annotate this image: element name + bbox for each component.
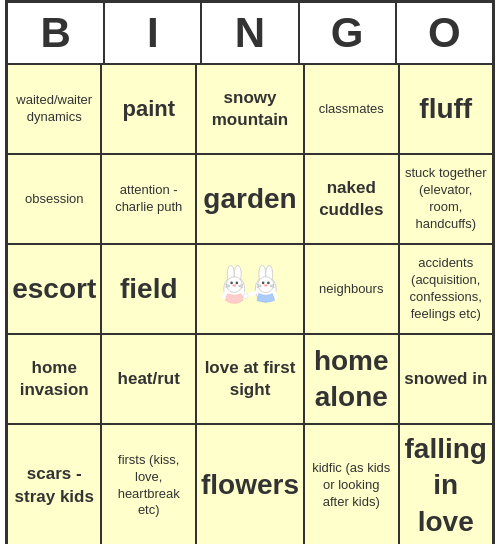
- cell-3-4: neighbours: [304, 244, 398, 334]
- svg-point-18: [267, 282, 270, 285]
- cell-3-2: field: [101, 244, 196, 334]
- bingo-card: B I N G O waited/waiter dynamics paint s…: [5, 0, 495, 544]
- header-b: B: [7, 2, 104, 64]
- svg-point-4: [230, 282, 233, 285]
- cell-4-4: home alone: [304, 334, 398, 424]
- cell-5-3: flowers: [196, 424, 304, 544]
- bingo-grid: waited/waiter dynamics paint snowy mount…: [7, 64, 493, 544]
- svg-point-6: [233, 284, 237, 287]
- svg-point-26: [243, 293, 248, 298]
- cell-5-1: scars - stray kids: [7, 424, 101, 544]
- cell-3-1: escort: [7, 244, 101, 334]
- cell-2-2: attention - charlie puth: [101, 154, 196, 244]
- cell-4-3: love at first sight: [196, 334, 304, 424]
- cell-5-4: kidfic (as kids or looking after kids): [304, 424, 398, 544]
- cell-2-3: garden: [196, 154, 304, 244]
- cell-3-3: [196, 244, 304, 334]
- header-o: O: [396, 2, 493, 64]
- cell-2-4: naked cuddles: [304, 154, 398, 244]
- svg-point-17: [262, 282, 265, 285]
- bingo-header: B I N G O: [7, 2, 493, 64]
- header-g: G: [299, 2, 396, 64]
- cell-4-2: heat/rut: [101, 334, 196, 424]
- cell-4-1: home invasion: [7, 334, 101, 424]
- cell-2-5: stuck together (elevator, room, handcuff…: [399, 154, 494, 244]
- svg-point-5: [236, 282, 239, 285]
- svg-point-19: [264, 284, 268, 287]
- bunny-icon: [215, 254, 285, 324]
- cell-5-5: falling in love: [399, 424, 494, 544]
- cell-1-5: fluff: [399, 64, 494, 154]
- cell-1-3: snowy mountain: [196, 64, 304, 154]
- svg-line-25: [274, 292, 277, 297]
- cell-1-4: classmates: [304, 64, 398, 154]
- cell-5-2: firsts (kiss, love, heartbreak etc): [101, 424, 196, 544]
- header-i: I: [104, 2, 201, 64]
- cell-1-2: paint: [101, 64, 196, 154]
- cell-2-1: obsession: [7, 154, 101, 244]
- header-n: N: [201, 2, 298, 64]
- svg-line-11: [224, 292, 227, 297]
- cell-4-5: snowed in: [399, 334, 494, 424]
- cell-3-5: accidents (acquisition, confessions, fee…: [399, 244, 494, 334]
- cell-1-1: waited/waiter dynamics: [7, 64, 101, 154]
